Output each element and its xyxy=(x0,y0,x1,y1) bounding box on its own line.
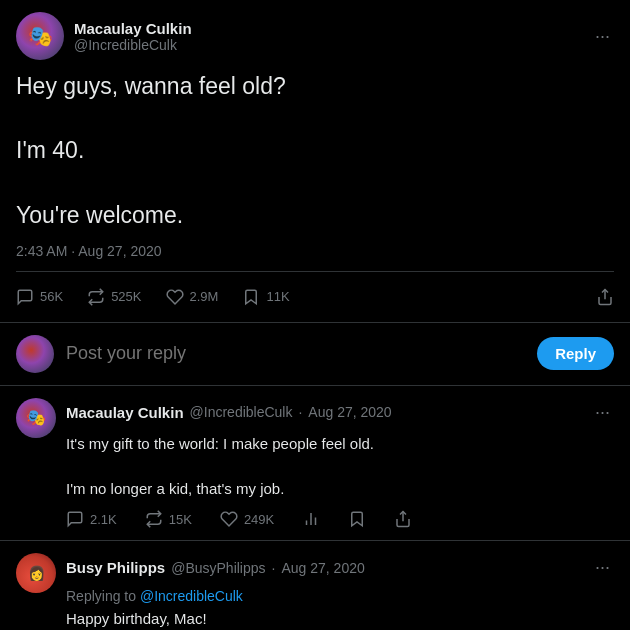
comment-icon xyxy=(66,510,84,528)
reply2-handle[interactable]: @BusyPhilipps xyxy=(171,560,265,576)
thread-left-2: 👩 xyxy=(16,553,56,630)
reply1-body: It's my gift to the world: I make people… xyxy=(66,433,614,501)
like-action[interactable]: 2.9M xyxy=(166,288,219,306)
current-user-avatar xyxy=(16,335,54,373)
like-count: 2.9M xyxy=(190,289,219,304)
reply1-like-count: 249K xyxy=(244,512,274,527)
bookmark-action[interactable]: 11K xyxy=(242,288,289,306)
reply2-user: Busy Philipps @BusyPhilipps · Aug 27, 20… xyxy=(66,559,365,576)
bookmark-icon xyxy=(348,510,366,528)
reply1-share-action[interactable] xyxy=(394,510,412,528)
reply1-comment-count: 2.1K xyxy=(90,512,117,527)
reply-box: Reply xyxy=(0,323,630,386)
reply1-time: Aug 27, 2020 xyxy=(308,404,391,420)
comment-icon xyxy=(16,288,34,306)
tweet-header: 🎭 Macaulay Culkin @IncredibleCulk ··· xyxy=(16,12,614,60)
views-icon xyxy=(302,510,320,528)
reply1-actions: 2.1K 15K 249K xyxy=(66,510,614,528)
reply2-body: Happy birthday, Mac! xyxy=(66,608,614,630)
tweet-timestamp: 2:43 AM · Aug 27, 2020 xyxy=(16,243,614,272)
reply1-user: Macaulay Culkin @IncredibleCulk · Aug 27… xyxy=(66,404,392,421)
main-tweet: 🎭 Macaulay Culkin @IncredibleCulk ··· He… xyxy=(0,0,630,323)
reply2-header: Busy Philipps @BusyPhilipps · Aug 27, 20… xyxy=(66,553,614,582)
bookmark-icon xyxy=(242,288,260,306)
display-name[interactable]: Macaulay Culkin xyxy=(74,20,192,37)
tweet-content: Hey guys, wanna feel old? I'm 40. You're… xyxy=(16,70,614,231)
reply1-display-name[interactable]: Macaulay Culkin xyxy=(66,404,184,421)
bookmark-count: 11K xyxy=(266,289,289,304)
replying-to-handle[interactable]: @IncredibleCulk xyxy=(140,588,243,604)
reply2-avatar[interactable]: 👩 xyxy=(16,553,56,593)
reply1-views-action[interactable] xyxy=(302,510,320,528)
reply2-dot: · xyxy=(272,560,276,576)
reply1-like-action[interactable]: 249K xyxy=(220,510,274,528)
user-info: 🎭 Macaulay Culkin @IncredibleCulk xyxy=(16,12,192,60)
reply1-avatar[interactable]: 🎭 xyxy=(16,398,56,438)
like-icon xyxy=(166,288,184,306)
reply2-more-icon[interactable]: ··· xyxy=(591,553,614,582)
like-icon xyxy=(220,510,238,528)
reply2-display-name[interactable]: Busy Philipps xyxy=(66,559,165,576)
more-options-icon[interactable]: ··· xyxy=(591,22,614,51)
reply-button[interactable]: Reply xyxy=(537,337,614,370)
retweet-icon xyxy=(87,288,105,306)
share-icon xyxy=(596,288,614,306)
retweet-icon xyxy=(145,510,163,528)
retweet-action[interactable]: 525K xyxy=(87,288,141,306)
tweet-actions: 56K 525K 2.9M 11K xyxy=(16,284,614,310)
reply-tweet-1: 🎭 Macaulay Culkin @IncredibleCulk · Aug … xyxy=(0,386,630,542)
share-action[interactable] xyxy=(596,288,614,306)
reply1-header: Macaulay Culkin @IncredibleCulk · Aug 27… xyxy=(66,398,614,427)
reply2-time: Aug 27, 2020 xyxy=(281,560,364,576)
reply-input[interactable] xyxy=(66,343,525,364)
avatar[interactable]: 🎭 xyxy=(16,12,64,60)
share-icon xyxy=(394,510,412,528)
reply1-handle[interactable]: @IncredibleCulk xyxy=(190,404,293,420)
comment-count: 56K xyxy=(40,289,63,304)
reply1-bookmark-action[interactable] xyxy=(348,510,366,528)
reply1-retweet-count: 15K xyxy=(169,512,192,527)
thread-left: 🎭 xyxy=(16,398,56,529)
reply2-content: Busy Philipps @BusyPhilipps · Aug 27, 20… xyxy=(66,553,614,630)
reply1-dot: · xyxy=(298,404,302,420)
user-text: Macaulay Culkin @IncredibleCulk xyxy=(74,20,192,53)
reply1-retweet-action[interactable]: 15K xyxy=(145,510,192,528)
replying-to: Replying to @IncredibleCulk xyxy=(66,588,614,604)
handle[interactable]: @IncredibleCulk xyxy=(74,37,192,53)
retweet-count: 525K xyxy=(111,289,141,304)
reply1-content: Macaulay Culkin @IncredibleCulk · Aug 27… xyxy=(66,398,614,529)
comment-action[interactable]: 56K xyxy=(16,288,63,306)
reply1-comment-action[interactable]: 2.1K xyxy=(66,510,117,528)
reply-tweet-2: 👩 Busy Philipps @BusyPhilipps · Aug 27, … xyxy=(0,541,630,630)
reply1-more-icon[interactable]: ··· xyxy=(591,398,614,427)
